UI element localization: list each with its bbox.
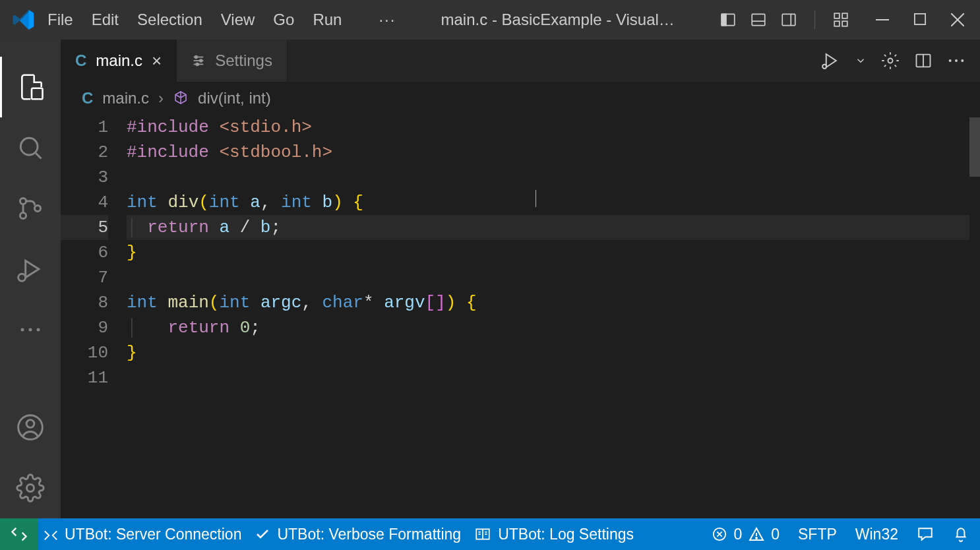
svg-point-18 (20, 198, 26, 204)
svg-point-36 (822, 65, 826, 69)
problems-count[interactable]: 0 0 (712, 526, 780, 543)
tab-label: Settings (215, 51, 272, 70)
close-button[interactable] (951, 13, 964, 26)
svg-point-28 (27, 485, 34, 492)
customize-layout-icon[interactable] (832, 11, 849, 28)
menu-go[interactable]: Go (273, 11, 294, 29)
run-debug-icon[interactable] (0, 239, 61, 299)
svg-rect-15 (32, 88, 43, 100)
svg-rect-12 (915, 14, 925, 24)
menu-run[interactable]: Run (313, 11, 342, 29)
search-icon[interactable] (0, 117, 61, 178)
text-cursor (536, 190, 537, 207)
code-line[interactable]: int div(int a, int b) { (127, 190, 969, 215)
menu-view[interactable]: View (221, 11, 255, 29)
menu-edit[interactable]: Edit (92, 11, 119, 29)
accounts-icon[interactable] (0, 397, 61, 458)
maximize-button[interactable] (914, 13, 926, 26)
line-number: 9 (61, 315, 108, 340)
minimize-button[interactable] (876, 13, 889, 26)
status-label: Win32 (855, 526, 898, 543)
layout-controls (720, 11, 856, 29)
svg-point-27 (26, 420, 34, 428)
svg-point-37 (888, 59, 893, 63)
main-area: C main.c × Settings C main.c › div(int, … (0, 40, 980, 518)
line-number: 7 (61, 265, 108, 290)
code-line[interactable]: #include <stdbool.h> (127, 140, 969, 165)
tab-main-c[interactable]: C main.c × (61, 40, 177, 82)
svg-marker-35 (826, 54, 836, 67)
overview-highlight (969, 117, 980, 177)
utbot-server-connection[interactable]: UTBot: Server Connection (44, 526, 241, 543)
run-button-icon[interactable] (820, 51, 840, 71)
settings-gear-icon[interactable] (0, 458, 61, 518)
line-number: 10 (61, 340, 108, 365)
svg-point-19 (20, 212, 26, 218)
svg-point-52 (756, 537, 757, 539)
tab-settings[interactable]: Settings (177, 40, 288, 82)
c-file-icon: C (82, 89, 93, 107)
more-views-icon[interactable] (0, 299, 61, 360)
svg-point-16 (20, 138, 38, 155)
svg-point-41 (955, 59, 958, 62)
line-number: 5 (61, 215, 108, 240)
chevron-down-icon[interactable] (855, 55, 867, 67)
status-label: UTBot: Verbose Formatting (277, 526, 461, 543)
code-line[interactable]: #include <stdio.h> (127, 115, 969, 140)
line-number: 2 (61, 140, 108, 165)
svg-point-34 (197, 63, 199, 66)
platform-status[interactable]: Win32 (855, 526, 898, 543)
feedback-icon[interactable] (917, 526, 934, 543)
svg-point-23 (21, 328, 24, 332)
explorer-icon[interactable] (0, 57, 61, 117)
tab-bar: C main.c × Settings (61, 40, 980, 82)
chevron-right-icon: › (158, 89, 164, 107)
code-editor[interactable]: 1234567891011 #include <stdio.h>#include… (61, 115, 980, 518)
code-line[interactable]: } (127, 340, 969, 365)
svg-point-33 (200, 59, 202, 62)
divider (814, 11, 815, 29)
status-label: SFTP (798, 526, 837, 543)
code-content[interactable]: #include <stdio.h>#include <stdbool.h>in… (127, 115, 969, 518)
window-title: main.c - BasicExample - Visual… (396, 11, 720, 29)
utbot-verbose[interactable]: UTBot: Verbose Formatting (255, 526, 461, 543)
sftp-status[interactable]: SFTP (798, 526, 837, 543)
warning-count: 0 (771, 526, 780, 543)
close-tab-icon[interactable]: × (152, 51, 162, 71)
menu-selection[interactable]: Selection (137, 11, 202, 29)
c-file-icon: C (75, 51, 86, 70)
source-control-icon[interactable] (0, 178, 61, 239)
code-line[interactable] (127, 165, 969, 190)
toggle-panel-icon[interactable] (750, 11, 767, 28)
breadcrumb-symbol[interactable]: div(int, int) (198, 89, 271, 107)
toggle-primary-sidebar-icon[interactable] (720, 11, 737, 28)
code-line[interactable]: } (127, 240, 969, 265)
window-controls (876, 13, 973, 26)
notifications-bell-icon[interactable] (952, 526, 969, 543)
svg-point-22 (18, 274, 26, 281)
cube-icon (173, 90, 189, 106)
breadcrumb[interactable]: C main.c › div(int, int) (61, 82, 980, 115)
breadcrumb-file[interactable]: main.c (102, 89, 149, 107)
split-editor-icon[interactable] (914, 51, 933, 70)
menu-file[interactable]: File (47, 11, 73, 29)
status-bar: UTBot: Server Connection UTBot: Verbose … (0, 518, 980, 550)
svg-point-42 (961, 59, 964, 62)
code-line[interactable]: │ return 0; (127, 315, 969, 340)
vscode-logo-icon (12, 8, 36, 32)
toggle-secondary-sidebar-icon[interactable] (780, 11, 797, 28)
code-line[interactable]: int main(int argc, char* argv[]) { (127, 290, 969, 315)
menu-more[interactable]: ··· (379, 11, 396, 29)
title-bar: File Edit Selection View Go Run ··· main… (0, 0, 980, 40)
svg-point-40 (949, 59, 952, 62)
remote-indicator[interactable] (0, 518, 38, 550)
overview-ruler[interactable] (969, 115, 980, 518)
gear-icon[interactable] (881, 51, 900, 70)
utbot-log[interactable]: UTBot: Log Settings (474, 526, 634, 543)
code-line[interactable] (127, 365, 969, 390)
status-label: UTBot: Server Connection (65, 526, 241, 543)
code-line[interactable]: │ return a / b; (127, 215, 969, 240)
code-line[interactable] (127, 265, 969, 290)
more-actions-icon[interactable] (947, 57, 965, 64)
svg-rect-3 (752, 14, 765, 25)
